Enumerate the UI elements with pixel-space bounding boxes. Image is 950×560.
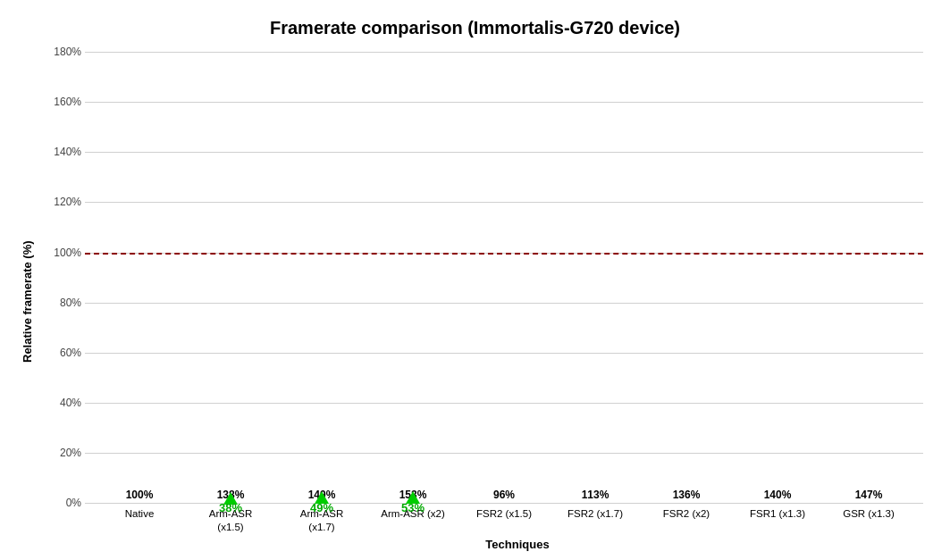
x-label-fsr2-2: FSR2 (x2) bbox=[641, 507, 732, 534]
plot-area: 0%20%40%60%80%100%120%140%160%180% 100%1… bbox=[85, 52, 923, 503]
bar-group: 153%53% bbox=[367, 489, 458, 503]
bar-top-label: 147% bbox=[855, 489, 883, 501]
green-percentage-label: 49% bbox=[310, 501, 333, 514]
grid-line bbox=[85, 503, 923, 504]
x-label-gsr-1.3: GSR (x1.3) bbox=[823, 507, 914, 534]
bar-top-label: 96% bbox=[493, 489, 515, 501]
y-tick-label: 100% bbox=[42, 247, 81, 259]
bar-group: 138%38% bbox=[185, 489, 276, 503]
green-percentage-label: 38% bbox=[219, 501, 242, 514]
x-axis-labels: NativeArm-ASR(x1.5)Arm-ASR(x1.7)Arm-ASR … bbox=[85, 503, 923, 534]
bar-group: 147% bbox=[823, 489, 914, 503]
y-tick-label: 160% bbox=[42, 96, 81, 108]
bar-top-label: 113% bbox=[582, 489, 610, 501]
x-axis-title: Techniques bbox=[103, 538, 932, 551]
bar-wrapper: 136% bbox=[641, 489, 732, 503]
x-label-native: Native bbox=[94, 507, 185, 534]
x-label-fsr1-1.3: FSR1 (x1.3) bbox=[732, 507, 823, 534]
bars-row: 100%138%38%149%49%153%53%96%113%136%140%… bbox=[85, 52, 923, 503]
y-axis-label: Relative framerate (%) bbox=[18, 52, 36, 551]
chart-title: Framerate comparison (Immortalis-G720 de… bbox=[270, 18, 680, 38]
bar-top-label: 100% bbox=[126, 489, 154, 501]
y-tick-label: 120% bbox=[42, 196, 81, 208]
green-percentage-label: 53% bbox=[401, 501, 425, 514]
y-tick-label: 40% bbox=[42, 397, 81, 409]
chart-container: Framerate comparison (Immortalis-G720 de… bbox=[0, 0, 950, 560]
y-tick-label: 140% bbox=[42, 146, 81, 158]
chart-inner: 0%20%40%60%80%100%120%140%160%180% 100%1… bbox=[40, 52, 932, 551]
y-tick-label: 20% bbox=[42, 447, 81, 459]
bar-wrapper: 147% bbox=[823, 489, 914, 503]
bar-wrapper: 140% bbox=[732, 489, 823, 503]
x-label-fsr2-1.5: FSR2 (x1.5) bbox=[458, 507, 550, 534]
green-arrow-container: 38% bbox=[223, 492, 238, 495]
chart-area: Relative framerate (%) 0%20%40%60%80%100… bbox=[18, 52, 932, 551]
bar-top-label: 140% bbox=[764, 489, 792, 501]
y-tick-label: 80% bbox=[42, 297, 81, 309]
bar-group: 140% bbox=[732, 489, 823, 503]
bar-wrapper: 113% bbox=[550, 489, 641, 503]
bar-wrapper: 96% bbox=[458, 489, 550, 503]
bar-group: 149%49% bbox=[276, 489, 367, 503]
y-tick-label: 180% bbox=[42, 46, 81, 58]
bar-top-label: 136% bbox=[673, 489, 701, 501]
bar-group: 136% bbox=[641, 489, 732, 503]
bar-wrapper: 100% bbox=[94, 489, 185, 503]
bar-group: 113% bbox=[550, 489, 641, 503]
x-label-fsr2-1.7: FSR2 (x1.7) bbox=[550, 507, 641, 534]
bar-group: 96% bbox=[458, 489, 550, 503]
y-tick-label: 0% bbox=[42, 497, 81, 509]
green-arrow-container: 49% bbox=[315, 491, 329, 495]
y-tick-label: 60% bbox=[42, 347, 81, 359]
bar-group: 100% bbox=[94, 489, 185, 503]
native-reference-line bbox=[85, 253, 923, 255]
green-arrow-container: 53% bbox=[406, 491, 420, 496]
